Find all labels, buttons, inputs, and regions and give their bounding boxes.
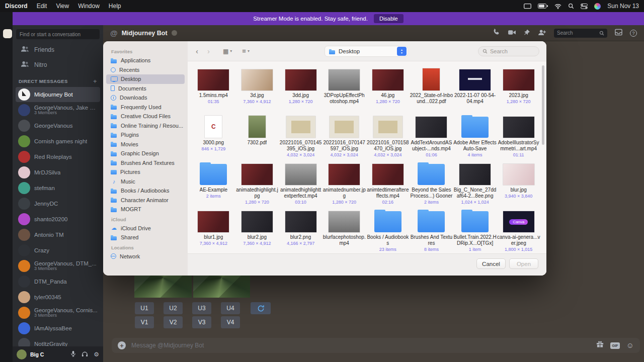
sidebar-location-item[interactable]: Recents [106,65,185,75]
dm-list-item[interactable]: IAmAlyssaBee [16,321,100,336]
sidebar-location-item[interactable]: Pictures [106,167,185,177]
pin-icon[interactable] [524,29,530,38]
gift-icon[interactable] [596,341,604,350]
file-item[interactable]: Books / Audiobooks 23 items [366,205,410,252]
file-item[interactable]: C 3000.png 846 × 1,729 [192,111,235,158]
variation-button[interactable]: V3 [192,316,211,328]
sidebar-location-item[interactable]: Movies [106,140,185,149]
server-icon[interactable] [3,29,12,38]
start-call-icon[interactable] [493,28,500,38]
siri-icon[interactable] [594,3,601,10]
variation-button[interactable]: V4 [221,316,240,328]
sidebar-location-item[interactable]: Frequently Used [106,103,185,112]
dm-list-item[interactable]: Crazy [16,243,100,258]
help-icon[interactable] [630,30,637,37]
sidebar-location-item[interactable]: Network [106,252,185,261]
menubar-menu-item[interactable]: Help [109,3,121,10]
attach-file-icon[interactable] [118,341,126,349]
cancel-button[interactable]: Cancel [476,258,506,269]
dm-list-item[interactable]: Antonio TM [16,227,100,242]
dm-list-item[interactable]: GeorgeVanous, DTM_... 3 Members [16,258,100,274]
upscale-button[interactable]: U1 [135,302,154,314]
battery-icon[interactable] [538,4,548,9]
file-item[interactable]: Canva canva-ai-genera...ver.jpeg 1,800 ×… [497,205,540,252]
file-item[interactable]: Bullet.Train.2022.HDRip.X...O[TGx] 1 ite… [453,205,497,252]
file-item[interactable]: Big_C_None_27ddaf64-2...8ee.png 1,024 × … [453,158,497,205]
file-item[interactable]: 7302.pdf [235,111,279,158]
upscale-button[interactable]: U2 [164,302,183,314]
file-item[interactable]: AddTextAroundASubject-...nds.mp4 01:06 [410,111,453,158]
dm-list-item[interactable]: GeorgeVanous, Cornis... 3 Members [16,305,100,320]
generated-image-right[interactable] [193,276,251,298]
upscale-button[interactable]: U3 [192,302,211,314]
sidebar-nav-item[interactable]: Friends [16,42,100,57]
sidebar-location-item[interactable]: iCloud Drive [106,224,185,233]
sidebar-location-item[interactable]: Brushes And Textures [106,158,185,168]
file-item[interactable]: AdobeIllustratorSymmetri...art.mp4 01:11 [497,111,540,158]
midjourney-image-grid[interactable] [134,276,250,298]
sidebar-location-item[interactable]: Plugins [106,130,185,140]
generated-image-left[interactable] [134,276,192,298]
sidebar-location-item[interactable]: Downloads [106,93,185,103]
file-item[interactable]: Adobe After Effects Auto-Save 4 items [453,111,497,158]
sidebar-location-item[interactable]: Character Animator [106,196,185,205]
file-item[interactable]: 3dd.jpg 1,280 × 720 [279,63,323,111]
location-dropdown[interactable]: Desktop [325,46,408,57]
create-dm-icon[interactable] [93,77,97,85]
conversation-search-input[interactable]: Find or start a conversation [16,29,100,39]
file-item[interactable]: 2022-11-07 00-54-04.mp4 [453,63,497,111]
sidebar-nav-item[interactable]: Nitro [16,57,100,72]
file-item[interactable]: 20221016_070145395_iOS.jpg 4,032 × 3,024 [279,111,323,158]
sidebar-location-item[interactable]: Music [106,177,185,187]
file-item[interactable]: 2022_State-of-Inbound...022.pdf [410,63,453,111]
screen-mirroring-icon[interactable] [524,4,531,9]
sidebar-location-item[interactable]: Desktop [106,74,185,84]
file-item[interactable]: 20221016_070158470_iOS.jpg 4,032 × 3,024 [366,111,410,158]
dm-list-item[interactable]: JennyDC [16,196,100,211]
file-item[interactable]: blur2.jpg 7,360 × 4,912 [235,205,279,252]
inbox-icon[interactable] [615,29,622,38]
message-input[interactable]: Message @Midjourney Bot [131,342,591,349]
sidebar-location-item[interactable]: Creative Cloud Files [106,112,185,121]
disable-streamer-mode-button[interactable]: Disable [374,14,404,23]
file-item[interactable]: animtedtimeraftereffects.mp4 02:16 [366,158,410,205]
dialog-search-input[interactable]: Search [478,46,539,56]
list-view-control[interactable] [242,47,250,55]
menubar-menu-item[interactable]: Window [78,3,100,10]
back-arrow-icon[interactable] [196,47,198,55]
wifi-icon[interactable] [554,4,561,9]
sidebar-location-item[interactable]: Books / Audiobooks [106,186,185,196]
file-item[interactable]: Beyond the Sales Process...) Gooner 2 it… [410,158,453,205]
dm-list-item[interactable]: GeorgeVanous, Jake C... 3 Members [16,103,100,118]
file-item[interactable]: Brushes And Textures 8 items [410,205,453,252]
variation-button[interactable]: V1 [135,316,154,328]
variation-button[interactable]: V2 [164,316,183,328]
dm-list-item[interactable]: stefman [16,180,100,196]
mic-icon[interactable] [70,350,76,359]
file-item[interactable]: animatedhighlighttextperfect.mp4 03:10 [279,158,323,205]
control-center-icon[interactable] [581,4,588,9]
file-item[interactable]: animatednumber.jpg 1,280 × 720 [323,158,366,205]
add-user-icon[interactable] [538,29,546,38]
file-item[interactable]: 2023.jpg 1,280 × 720 [497,63,540,111]
gif-picker-icon[interactable]: GIF [610,342,620,349]
upscale-button[interactable]: U4 [221,302,240,314]
sidebar-location-item[interactable]: Applications [106,56,185,65]
user-avatar[interactable] [17,349,27,359]
headphones-icon[interactable] [82,350,88,359]
emoji-picker-icon[interactable] [626,341,634,350]
file-item[interactable]: 3DPopUpEffectPhotoshop.mp4 [323,63,366,111]
scrollbar[interactable] [542,65,544,145]
sidebar-location-item[interactable]: Shared [106,233,185,242]
file-item[interactable]: blurfacephotoshop.mp4 [323,205,366,252]
menubar-menu-item[interactable]: Edit [37,3,47,10]
menubar-app-name[interactable]: Discord [5,3,28,10]
file-item[interactable]: animatedhighlight.jpg 1,280 × 720 [235,158,279,205]
start-video-call-icon[interactable] [508,29,516,38]
sidebar-location-item[interactable]: MOGRT [106,205,185,214]
sidebar-location-item[interactable]: Documents [106,84,185,94]
open-button[interactable]: Open [509,258,538,269]
file-item[interactable]: 20221016_070147597_iOS.jpg 4,032 × 3,024 [323,111,366,158]
file-item[interactable]: blur1.jpg 7,360 × 4,912 [192,205,235,252]
menubar-menu-item[interactable]: View [56,3,69,10]
